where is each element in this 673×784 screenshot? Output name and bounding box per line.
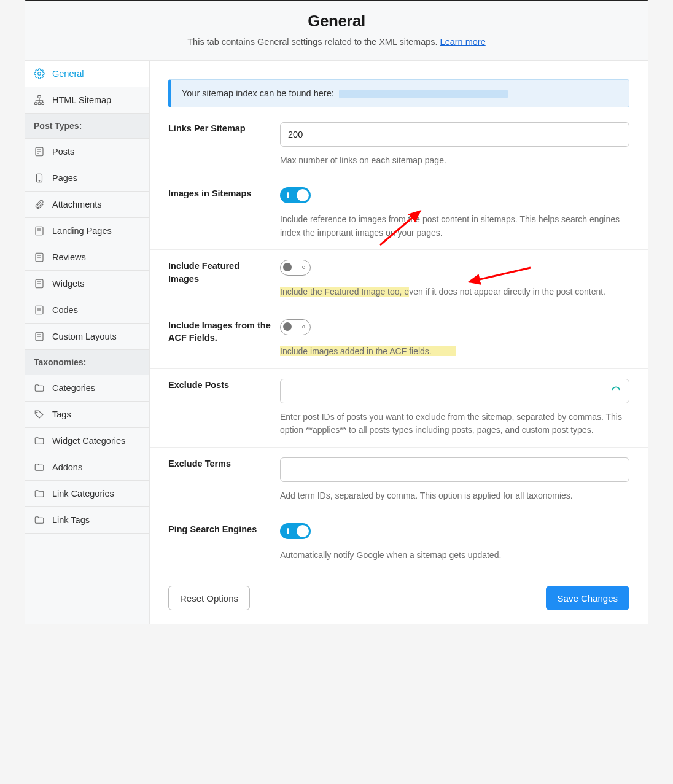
field-include-featured: Include Featured Images Include the Feat…	[150, 250, 648, 309]
sidebar-item-pages[interactable]: Pages	[25, 165, 149, 192]
page-subtitle: This tab contains General settings relat…	[37, 37, 636, 47]
sidebar-item-label: Link Tags	[52, 515, 90, 525]
field-label: Exclude Posts	[168, 379, 280, 437]
field-desc: Include reference to images from the pos…	[280, 213, 629, 239]
sidebar-item-label: General	[52, 69, 84, 79]
sidebar-item-label: Posts	[52, 147, 74, 157]
field-label: Exclude Terms	[168, 457, 280, 503]
sidebar-item-label: Widget Categories	[52, 436, 125, 446]
sidebar-item-label: HTML Sitemap	[52, 95, 111, 105]
field-label: Ping Search Engines	[168, 523, 280, 562]
links-per-sitemap-input[interactable]	[280, 122, 629, 147]
reset-button[interactable]: Reset Options	[168, 586, 250, 610]
doc-icon	[34, 252, 45, 263]
spinner-icon	[610, 385, 622, 397]
sidebar-item-posts[interactable]: Posts	[25, 139, 149, 165]
svg-rect-1	[38, 96, 41, 98]
field-links-per-sitemap: Links Per Sitemap Max number of links on…	[150, 122, 648, 177]
sidebar-item-label: Codes	[52, 305, 78, 315]
sidebar-item-attachments[interactable]: Attachments	[25, 192, 149, 218]
learn-more-link[interactable]: Learn more	[440, 37, 486, 47]
field-label: Images in Sitemaps	[168, 187, 280, 239]
sitemap-icon	[34, 95, 45, 106]
ping-toggle[interactable]	[280, 523, 311, 539]
field-label: Links Per Sitemap	[168, 122, 280, 168]
sidebar-heading-post-types: Post Types:	[25, 114, 149, 139]
field-desc: Enter post IDs of posts you want to excl…	[280, 411, 629, 437]
sidebar-item-label: Custom Layouts	[52, 332, 117, 341]
field-exclude-posts: Exclude Posts Enter post IDs of posts yo…	[150, 369, 648, 448]
folder-icon	[34, 382, 45, 394]
images-in-sitemaps-toggle[interactable]	[280, 187, 311, 203]
svg-point-0	[38, 72, 41, 76]
sidebar-item-label: Tags	[52, 409, 71, 419]
sidebar-item-link-categories[interactable]: Link Categories	[25, 481, 149, 507]
svg-rect-4	[42, 103, 44, 105]
sidebar-heading-taxonomies: Taxonomies:	[25, 350, 149, 375]
field-desc: Include images added in the ACF fields.	[280, 345, 629, 359]
folder-icon	[34, 488, 45, 499]
field-images-in-sitemaps: Images in Sitemaps Include reference to …	[150, 177, 648, 250]
svg-point-26	[37, 412, 38, 413]
settings-content: Your sitemap index can be found here: Li…	[150, 61, 648, 624]
field-label: Include Images from the ACF Fields.	[168, 319, 280, 359]
sidebar-item-label: Addons	[52, 462, 82, 472]
folder-icon	[34, 435, 45, 446]
include-acf-toggle[interactable]	[280, 319, 311, 335]
exclude-terms-input[interactable]	[280, 457, 629, 482]
sidebar-item-label: Attachments	[52, 200, 102, 209]
form-footer: Reset Options Save Changes	[150, 572, 648, 624]
sidebar-item-landing-pages[interactable]: Landing Pages	[25, 218, 149, 244]
field-include-acf: Include Images from the ACF Fields. Incl…	[150, 309, 648, 369]
page-icon	[34, 173, 45, 184]
field-desc: Max number of links on each sitemap page…	[280, 154, 629, 168]
sitemap-index-info: Your sitemap index can be found here:	[168, 79, 629, 107]
folder-icon	[34, 462, 45, 473]
field-ping-search-engines: Ping Search Engines Automatically notify…	[150, 513, 648, 572]
clip-icon	[34, 199, 45, 210]
sidebar-item-link-tags[interactable]: Link Tags	[25, 507, 149, 534]
sidebar-item-widget-categories[interactable]: Widget Categories	[25, 428, 149, 454]
svg-rect-2	[35, 103, 37, 105]
doc-icon	[34, 305, 45, 316]
field-desc: Automatically notify Google when a sitem…	[280, 549, 629, 562]
settings-sidebar: General HTML Sitemap Post Types: Posts P…	[25, 61, 150, 624]
sidebar-item-tags[interactable]: Tags	[25, 402, 149, 428]
sidebar-item-label: Pages	[52, 173, 77, 183]
sidebar-item-codes[interactable]: Codes	[25, 297, 149, 324]
sidebar-item-addons[interactable]: Addons	[25, 454, 149, 481]
svg-rect-3	[38, 103, 41, 105]
sidebar-item-label: Landing Pages	[52, 226, 112, 236]
sidebar-item-html-sitemap[interactable]: HTML Sitemap	[25, 87, 149, 114]
sidebar-item-reviews[interactable]: Reviews	[25, 244, 149, 271]
tag-icon	[34, 409, 45, 420]
svg-point-10	[39, 180, 40, 182]
doc-icon	[34, 278, 45, 289]
sidebar-item-categories[interactable]: Categories	[25, 375, 149, 402]
exclude-posts-input[interactable]	[280, 379, 629, 403]
doc-icon	[34, 225, 45, 236]
field-exclude-terms: Exclude Terms Add term IDs, separated by…	[150, 448, 648, 513]
field-desc: Include the Featured Image too, even if …	[280, 285, 629, 299]
include-featured-toggle[interactable]	[280, 260, 311, 276]
folder-icon	[34, 514, 45, 526]
page-header: General This tab contains General settin…	[25, 1, 648, 61]
save-button[interactable]: Save Changes	[546, 586, 629, 610]
sidebar-item-label: Categories	[52, 383, 95, 393]
field-desc: Add term IDs, separated by comma. This o…	[280, 489, 629, 503]
page-title: General	[37, 12, 636, 31]
doc-icon	[34, 331, 45, 342]
doc-icon	[34, 146, 45, 157]
sidebar-item-custom-layouts[interactable]: Custom Layouts	[25, 324, 149, 350]
sidebar-item-general[interactable]: General	[25, 61, 149, 87]
field-label: Include Featured Images	[168, 260, 280, 299]
sitemap-url-redacted	[339, 90, 508, 98]
sidebar-item-label: Widgets	[52, 279, 84, 289]
gear-icon	[34, 68, 45, 79]
sidebar-item-widgets[interactable]: Widgets	[25, 271, 149, 297]
sidebar-item-label: Link Categories	[52, 489, 114, 499]
sidebar-item-label: Reviews	[52, 252, 86, 262]
